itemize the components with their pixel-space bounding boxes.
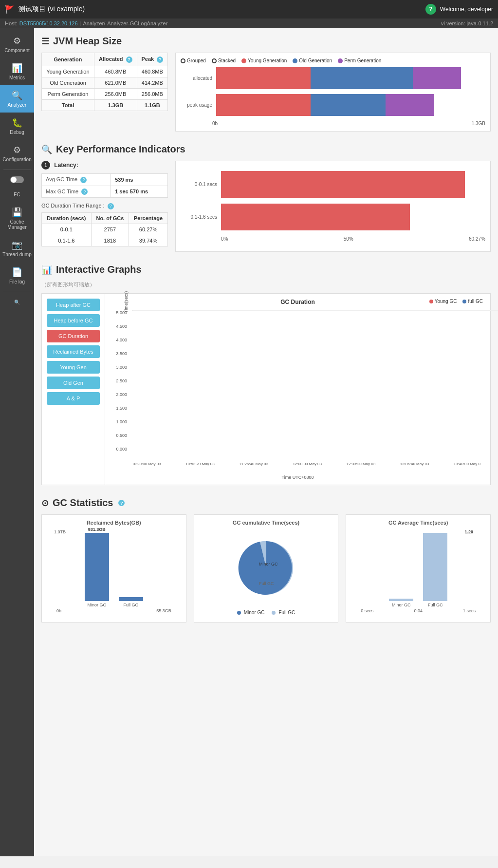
pct-col: Percentage bbox=[129, 212, 168, 224]
allocated-info-icon[interactable]: ? bbox=[126, 57, 132, 63]
avg-gc-label: Avg GC Time ? bbox=[42, 174, 111, 186]
sidebar-label-filelog: File log bbox=[9, 279, 25, 284]
kpi-bar-label-2: 0.1-1.6 secs bbox=[181, 214, 217, 220]
metrics-icon: 📊 bbox=[12, 63, 22, 74]
col-generation: Generation bbox=[42, 53, 94, 66]
alloc-perm-bar bbox=[413, 67, 461, 89]
btn-gc-duration[interactable]: GC Duration bbox=[47, 330, 100, 342]
reclaimed-card: Reclaimed Bytes(GB) 1.0TB 931.3GB Minor … bbox=[41, 514, 186, 623]
max-gc-info-icon[interactable]: ? bbox=[81, 189, 88, 195]
jvm-header: ☰ JVM Heap Size bbox=[41, 36, 491, 47]
legend-stacked-label: Stacked bbox=[218, 58, 236, 63]
legend-perm-label: Perm Generation bbox=[344, 58, 381, 63]
host-ip-link[interactable]: DST55065/10.32.20.126 bbox=[19, 20, 78, 26]
jvm-title: JVM Heap Size bbox=[53, 36, 122, 47]
full-gc-spacer bbox=[130, 527, 132, 532]
alloc-total: 1.3GB bbox=[94, 99, 137, 111]
sidebar-item-thread-dump[interactable]: 📷 Thread dump bbox=[0, 235, 34, 262]
sidebar-item-file-log[interactable]: 📄 File log bbox=[0, 262, 34, 289]
peak-info-icon[interactable]: ? bbox=[157, 57, 163, 63]
kpi-axis-max: 60.27% bbox=[469, 236, 485, 242]
minor-gc-bar-group: 931.3GB Minor GC bbox=[85, 527, 109, 607]
interactive-section: 📊 Interactive Graphs （所有图形均可缩放） Heap aft… bbox=[41, 264, 491, 485]
minor-gc-value: 931.3GB bbox=[88, 527, 106, 532]
table-row: 0-0.1 2757 60.27% bbox=[42, 224, 168, 235]
average-title: GC Average Time(secs) bbox=[351, 520, 485, 526]
full-gc-bar-group: Full GC bbox=[119, 527, 143, 607]
axis-min: 0b bbox=[212, 121, 218, 126]
cumulative-title: GC cumulative Time(secs) bbox=[199, 520, 333, 526]
full-gc-legend-label-2: Full GC bbox=[278, 610, 295, 615]
main-content: ☰ JVM Heap Size Generation Allocated ? P… bbox=[34, 28, 498, 856]
kpi-section: 🔍 Key Performance Indicators 1 Latency: … bbox=[41, 144, 491, 252]
avg-max-label: 1.20 bbox=[464, 529, 473, 534]
sidebar-item-cache-manager[interactable]: 💾 Cache Manager bbox=[0, 202, 34, 235]
btn-old-gen[interactable]: Old Gen bbox=[47, 377, 100, 389]
young-gen-dot bbox=[241, 58, 246, 63]
toggle-track bbox=[10, 176, 24, 183]
btn-heap-before[interactable]: Heap before GC bbox=[47, 314, 100, 327]
gc-stats-info-icon[interactable]: ? bbox=[118, 500, 125, 506]
kpi-axis-min: 0% bbox=[221, 236, 228, 242]
sidebar-zoom[interactable]: 🔍 bbox=[0, 295, 34, 310]
avg-bars: Minor GC Full GC bbox=[358, 529, 478, 607]
gc-stats-header: ⊙ GC Statistics ? bbox=[41, 497, 491, 509]
avg-gc-info-icon[interactable]: ? bbox=[80, 177, 87, 183]
btn-young-gen[interactable]: Young Gen bbox=[47, 361, 100, 374]
full-gc-label: Full GC bbox=[124, 603, 139, 607]
minor-gc-bar bbox=[85, 533, 109, 601]
gc-plot-area: Time(secs) bbox=[132, 310, 498, 311]
gc-x-axis: 10:20:00 May 03 10:53:20 May 03 11:26:40… bbox=[132, 462, 480, 466]
kpi-bar-1 bbox=[221, 171, 465, 198]
breadcrumb-2: Analyzer-GCLogAnalyzer bbox=[107, 20, 167, 26]
btn-reclaimed[interactable]: Reclaimed Bytes bbox=[47, 345, 100, 358]
btn-ap[interactable]: A & P bbox=[47, 392, 100, 405]
rec-55gb: 55.3GB bbox=[156, 608, 171, 613]
sidebar-item-analyzer[interactable]: 🔍 Analyzer bbox=[0, 85, 34, 113]
sidebar-divider bbox=[3, 170, 31, 170]
kpi-axis: 0% 50% 60.27% bbox=[181, 236, 485, 242]
interactive-content: Heap after GC Heap before GC GC Duration… bbox=[41, 293, 491, 485]
help-button[interactable]: ? bbox=[425, 4, 436, 15]
kpi-bar-row-1: 0-0.1 secs bbox=[181, 171, 485, 198]
filelog-icon: 📄 bbox=[12, 267, 22, 278]
peak-perm-bar bbox=[386, 94, 434, 116]
avg-minor-bar bbox=[389, 599, 413, 601]
version-label: vi version: java-0.11.2 bbox=[441, 20, 493, 26]
average-card: GC Average Time(secs) 1.20 Minor GC bbox=[346, 514, 491, 623]
sidebar-item-debug[interactable]: 🐛 Debug bbox=[0, 113, 34, 140]
gc-stats-icon: ⊙ bbox=[41, 498, 49, 509]
latency-label: Latency: bbox=[54, 162, 78, 169]
x-axis-label: Time UTC+0800 bbox=[110, 475, 485, 480]
interactive-icon: 📊 bbox=[41, 264, 52, 275]
sidebar-toggle-fc[interactable] bbox=[8, 172, 26, 187]
peak-bar-container bbox=[216, 94, 485, 116]
peak-perm: 256.0MB bbox=[137, 88, 167, 99]
latency-badge: 1 bbox=[41, 161, 50, 170]
jvm-content: Generation Allocated ? Peak ? Young Gene… bbox=[41, 53, 491, 132]
sidebar-item-metrics[interactable]: 📊 Metrics bbox=[0, 58, 34, 85]
legend-old: Old Generation bbox=[293, 58, 332, 63]
legend-old-label: Old Generation bbox=[299, 58, 332, 63]
sidebar-item-component[interactable]: ⚙ Component bbox=[0, 31, 34, 58]
legend-minor-gc: Minor GC bbox=[237, 610, 265, 615]
kpi-bar-row-2: 0.1-1.6 secs bbox=[181, 204, 485, 230]
duration-info-icon[interactable]: ? bbox=[108, 203, 114, 209]
gen-perm: Perm Generation bbox=[42, 88, 94, 99]
avg-full-value bbox=[435, 527, 436, 532]
welcome-text: Welcome, developer bbox=[440, 6, 493, 13]
full-gc-bar bbox=[119, 597, 143, 601]
sidebar-divider-2 bbox=[3, 292, 31, 292]
dur-col: Duration (secs) bbox=[42, 212, 92, 224]
sidebar-label-thread: Thread dump bbox=[2, 252, 31, 257]
table-row: Young Generation 460.8MB 460.8MB bbox=[42, 66, 168, 77]
sidebar-item-configuration[interactable]: ⚙ Configuration bbox=[0, 140, 34, 167]
minor-gc-legend-label: Minor GC bbox=[244, 610, 265, 615]
sidebar-label-fc[interactable]: FC bbox=[0, 187, 34, 202]
table-row: Old Generation 621.0MB 414.2MB bbox=[42, 77, 168, 88]
reclaimed-axis: 0b 55.3GB bbox=[54, 608, 174, 613]
sidebar-label-analyzer: Analyzer bbox=[8, 102, 27, 108]
btn-heap-after[interactable]: Heap after GC bbox=[47, 299, 100, 311]
cache-icon: 💾 bbox=[12, 207, 22, 218]
peak-bar-row: peak usage bbox=[181, 94, 485, 116]
